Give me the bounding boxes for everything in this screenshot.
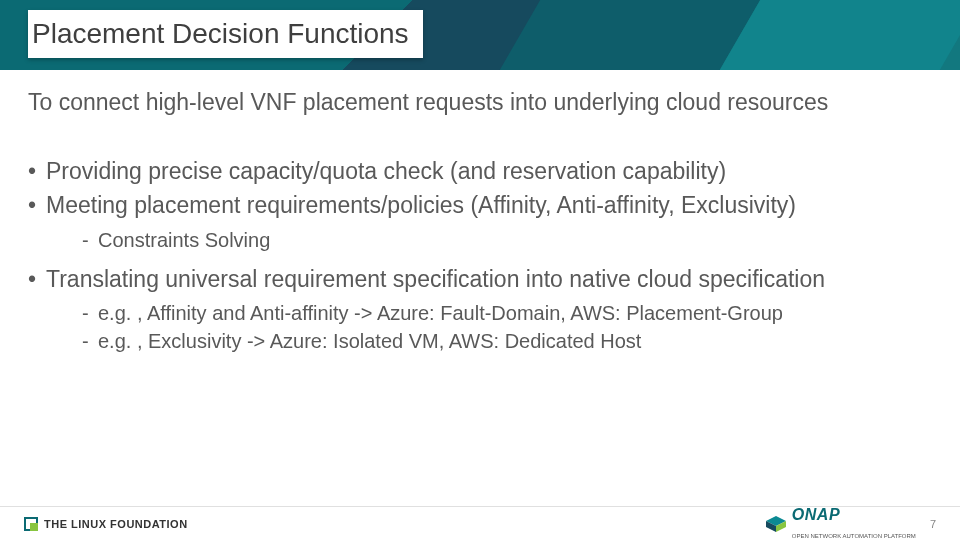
lf-cube-icon (24, 517, 38, 531)
onap-tagline: OPEN NETWORK AUTOMATION PLATFORM (792, 533, 916, 539)
bullet-item: Providing precise capacity/quota check (… (28, 157, 932, 187)
sub-text: e.g. , Affinity and Anti-affinity -> Azu… (98, 302, 783, 324)
title-band: Placement Decision Functions (0, 0, 960, 70)
lf-text: THE LINUX FOUNDATION (44, 518, 188, 530)
bullet-item: Translating universal requirement specif… (28, 265, 932, 355)
sub-item: e.g. , Exclusivity -> Azure: Isolated VM… (82, 328, 932, 354)
page-number: 7 (930, 518, 936, 530)
slide: Placement Decision Functions To connect … (0, 0, 960, 540)
bullet-item: Meeting placement requirements/policies … (28, 191, 932, 253)
sub-text: e.g. , Exclusivity -> Azure: Isolated VM… (98, 330, 641, 352)
onap-icon (766, 516, 786, 532)
bullet-text: Providing precise capacity/quota check (… (46, 158, 726, 184)
bullet-text: Meeting placement requirements/policies … (46, 192, 796, 218)
slide-body: To connect high-level VNF placement requ… (0, 70, 960, 354)
linux-foundation-logo: THE LINUX FOUNDATION (24, 517, 188, 531)
sub-item: e.g. , Affinity and Anti-affinity -> Azu… (82, 300, 932, 326)
sub-item: Constraints Solving (82, 227, 932, 253)
slide-title: Placement Decision Functions (32, 18, 409, 50)
sub-list: e.g. , Affinity and Anti-affinity -> Azu… (82, 300, 932, 354)
intro-text: To connect high-level VNF placement requ… (28, 88, 932, 117)
onap-logo: ONAP OPEN NETWORK AUTOMATION PLATFORM (766, 506, 916, 541)
sub-list: Constraints Solving (82, 227, 932, 253)
title-box: Placement Decision Functions (28, 10, 423, 58)
footer: THE LINUX FOUNDATION ONAP OPEN NETWORK A… (0, 506, 960, 540)
onap-text: ONAP (792, 506, 840, 523)
bullet-list: Providing precise capacity/quota check (… (28, 157, 932, 355)
bullet-text: Translating universal requirement specif… (46, 266, 825, 292)
sub-text: Constraints Solving (98, 229, 270, 251)
footer-right: ONAP OPEN NETWORK AUTOMATION PLATFORM 7 (766, 506, 936, 541)
